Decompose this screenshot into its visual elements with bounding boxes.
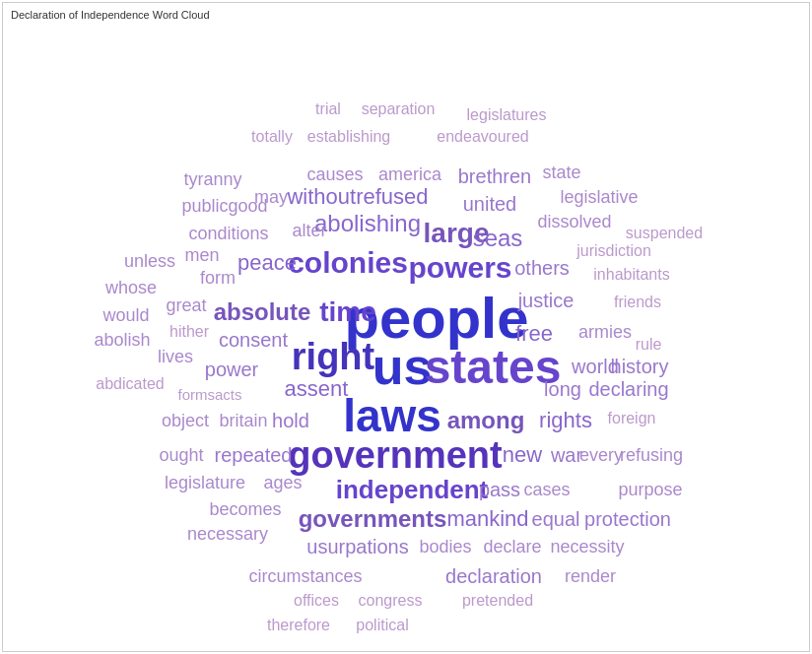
- word-governments: governments: [299, 505, 447, 533]
- word-repeated: repeated: [215, 444, 293, 467]
- word-every: every: [579, 445, 623, 466]
- word-seas: seas: [473, 225, 523, 252]
- word-states: states: [425, 340, 562, 394]
- word-us: us: [372, 337, 433, 396]
- word-legislative: legislative: [560, 187, 638, 208]
- chart-title: Declaration of Independence Word Cloud: [3, 3, 809, 27]
- word-jurisdiction: jurisdiction: [576, 242, 651, 260]
- word-ought: ought: [159, 445, 203, 466]
- word-consent: consent: [219, 329, 288, 352]
- word-absolute: absolute: [214, 298, 311, 326]
- word-form: form: [200, 268, 236, 289]
- word-formsacts: formsacts: [177, 386, 241, 403]
- word-britain: britain: [219, 411, 267, 431]
- word-totally: totally: [251, 128, 293, 146]
- word-legislature: legislature: [165, 473, 245, 493]
- word-justice: justice: [518, 290, 575, 312]
- word-independent: independent: [336, 475, 489, 505]
- word-causes: causes: [306, 164, 363, 185]
- word-necessity: necessity: [550, 537, 624, 557]
- word-usurpations: usurpations: [306, 536, 408, 558]
- word-ages: ages: [263, 473, 302, 493]
- word-conditions: conditions: [188, 224, 268, 244]
- word-long: long: [544, 378, 581, 401]
- word-power: power: [205, 359, 258, 381]
- word-endeavoured: endeavoured: [437, 128, 528, 146]
- word-america: america: [378, 164, 441, 185]
- word-others: others: [514, 257, 570, 280]
- word-time: time: [319, 296, 376, 328]
- word-hither: hither: [169, 323, 209, 341]
- word-united: united: [463, 193, 517, 216]
- word-mankind: mankind: [446, 506, 528, 532]
- word-assent: assent: [285, 376, 349, 402]
- word-purpose: purpose: [618, 480, 682, 500]
- word-peace: peace: [237, 250, 297, 276]
- word-render: render: [565, 566, 616, 587]
- word-history: history: [611, 356, 669, 378]
- word-trial: trial: [315, 100, 341, 118]
- word-pass: pass: [479, 479, 520, 501]
- word-colonies: colonies: [288, 246, 408, 280]
- word-establishing: establishing: [307, 128, 391, 146]
- word-circumstances: circumstances: [248, 566, 362, 587]
- word-object: object: [162, 411, 209, 431]
- word-abdicated: abdicated: [96, 375, 164, 393]
- word-offices: offices: [294, 592, 339, 610]
- word-among: among: [447, 407, 525, 434]
- word-government: government: [288, 434, 502, 477]
- word-would: would: [102, 305, 149, 326]
- word-lives: lives: [158, 347, 193, 367]
- word-rights: rights: [539, 408, 592, 433]
- word-rule: rule: [636, 336, 662, 354]
- main-container: Declaration of Independence Word Cloud p…: [2, 2, 810, 652]
- word-hold: hold: [272, 410, 309, 432]
- word-suspended: suspended: [626, 225, 703, 242]
- word-free: free: [515, 321, 553, 347]
- word-bodies: bodies: [419, 537, 471, 557]
- word-armies: armies: [578, 322, 632, 343]
- word-pretended: pretended: [462, 592, 533, 610]
- word-whose: whose: [105, 278, 157, 298]
- word-brethren: brethren: [458, 165, 532, 188]
- word-right: right: [292, 336, 374, 378]
- word-alter: alter: [292, 221, 326, 241]
- word-great: great: [166, 295, 206, 316]
- word-refusing: refusing: [620, 445, 683, 466]
- word-tyranny: tyranny: [183, 169, 241, 190]
- word-becomes: becomes: [209, 499, 281, 520]
- word-withoutrefused: withoutrefused: [287, 184, 428, 210]
- word-powers: powers: [408, 251, 511, 285]
- word-inhabitants: inhabitants: [593, 266, 669, 284]
- word-state: state: [542, 163, 580, 183]
- word-necessary: necessary: [187, 524, 268, 545]
- word-protection: protection: [584, 508, 671, 531]
- word-political: political: [356, 617, 408, 634]
- word-new: new: [503, 442, 542, 468]
- word-cloud: peopleusstateslawsgovernmentrightcolonie…: [3, 27, 809, 637]
- word-therefore: therefore: [267, 617, 330, 634]
- word-foreign: foreign: [608, 410, 656, 427]
- word-legislatures: legislatures: [467, 106, 547, 124]
- word-men: men: [184, 245, 219, 266]
- word-equal: equal: [532, 508, 580, 531]
- word-congress: congress: [359, 592, 423, 610]
- word-declaring: declaring: [588, 378, 668, 401]
- word-cases: cases: [523, 480, 570, 500]
- word-declaration: declaration: [445, 565, 542, 588]
- word-abolish: abolish: [94, 330, 150, 351]
- word-may: may: [254, 187, 288, 208]
- word-dissolved: dissolved: [537, 212, 611, 232]
- word-separation: separation: [362, 100, 436, 118]
- word-unless: unless: [124, 251, 175, 272]
- word-declare: declare: [483, 537, 541, 557]
- word-friends: friends: [614, 294, 661, 311]
- word-abolishing: abolishing: [314, 210, 421, 237]
- word-war: war: [551, 444, 582, 467]
